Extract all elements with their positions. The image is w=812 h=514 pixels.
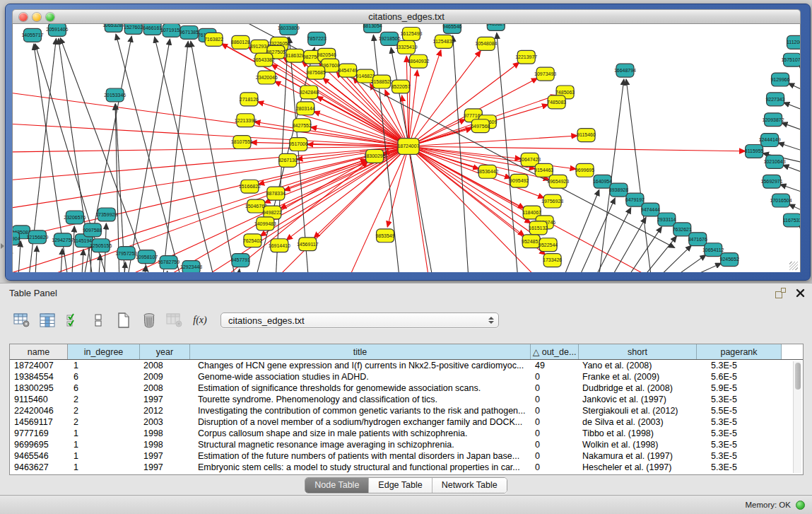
window-resize-grip[interactable] xyxy=(789,262,798,270)
table-row[interactable]: 977716911998Corpus callosum shape and si… xyxy=(10,428,803,439)
network-node[interactable]: 1167533 xyxy=(783,214,800,227)
network-edge[interactable] xyxy=(782,123,800,132)
network-node[interactable]: 23206576 xyxy=(64,211,86,224)
network-node[interactable]: 7632621 xyxy=(673,223,692,236)
network-edge[interactable] xyxy=(82,250,83,272)
function-builder-icon[interactable]: f(x) xyxy=(189,310,211,331)
network-edge[interactable] xyxy=(659,245,691,272)
network-edge[interactable] xyxy=(155,37,214,272)
network-node[interactable]: 13325419 xyxy=(395,40,417,54)
tab-node-table[interactable]: Node Table xyxy=(305,478,369,493)
table-row[interactable]: 911546021997Tourette syndrome. Phenomeno… xyxy=(10,394,803,405)
network-node[interactable]: 9699695 xyxy=(575,163,594,177)
network-edge[interactable] xyxy=(780,185,800,194)
network-node[interactable]: 9227343 xyxy=(765,93,784,106)
network-node[interactable]: 18300295 xyxy=(364,149,386,163)
network-node[interactable]: 7485083 xyxy=(547,95,566,109)
network-node[interactable]: 8115955 xyxy=(745,145,764,158)
network-node[interactable]: 16543382 xyxy=(253,53,275,66)
network-node[interactable]: 11254835 xyxy=(433,35,455,48)
close-window-button[interactable] xyxy=(19,13,28,21)
table-row[interactable]: 1830029562008Estimation of significance … xyxy=(10,382,803,394)
table-row[interactable]: 946362711997Embryonic stem cells: a mode… xyxy=(10,462,803,473)
network-node[interactable]: 1615132 xyxy=(529,221,548,235)
network-node[interactable]: 8471676 xyxy=(688,233,707,246)
network-node[interactable]: 9465546 xyxy=(442,24,461,33)
network-node[interactable]: 21588520 xyxy=(371,75,393,88)
network-edge[interactable] xyxy=(167,271,167,272)
network-node[interactable]: 15166822 xyxy=(239,180,261,193)
table-row[interactable]: 2242004622012Investigating the contribut… xyxy=(10,405,803,416)
network-edge[interactable] xyxy=(497,33,518,272)
column-chooser-icon[interactable] xyxy=(37,310,58,331)
split-view-icon[interactable] xyxy=(88,310,109,331)
tab-network-table[interactable]: Network Table xyxy=(433,478,507,493)
network-edge[interactable] xyxy=(799,66,800,72)
network-node[interactable]: 7163822 xyxy=(204,33,223,46)
network-node[interactable]: 12923448 xyxy=(180,261,202,272)
network-node[interactable]: 9875685 xyxy=(307,66,326,79)
network-node[interactable]: 9115460 xyxy=(577,129,596,142)
network-node[interactable]: 8860128 xyxy=(231,35,250,49)
network-node[interactable]: 8938928 xyxy=(609,183,628,197)
network-edge[interactable] xyxy=(35,246,37,272)
network-node[interactable]: 18536442 xyxy=(476,165,498,178)
network-node[interactable]: 12942757 xyxy=(52,233,73,247)
network-edge[interactable] xyxy=(72,226,74,272)
network-node[interactable]: 17016504 xyxy=(770,194,792,207)
network-node[interactable]: 6479197 xyxy=(625,193,645,206)
column-header-year[interactable]: year xyxy=(140,344,190,359)
new-table-icon[interactable] xyxy=(113,310,134,331)
network-node[interactable]: 1733426 xyxy=(543,254,562,267)
network-node[interactable]: 16125493 xyxy=(400,27,422,40)
network-node[interactable]: 14055717 xyxy=(21,28,43,42)
network-node[interactable]: 12444149 xyxy=(759,134,781,147)
network-node[interactable]: 9457791 xyxy=(231,254,250,267)
column-header-pagerank[interactable]: pagerank xyxy=(697,344,782,359)
network-node[interactable]: 9517006 xyxy=(289,138,308,151)
network-edge[interactable] xyxy=(18,241,20,272)
network-node[interactable]: 7625402 xyxy=(243,234,262,247)
network-node[interactable]: 1112069 xyxy=(787,35,800,49)
network-node[interactable]: 20591406 xyxy=(46,24,68,36)
table-row[interactable]: 1872400712008Changes of HCN gene express… xyxy=(10,360,803,371)
network-node[interactable]: 8454749 xyxy=(339,64,358,77)
network-node[interactable]: 19756928 xyxy=(541,194,563,208)
network-edge[interactable] xyxy=(611,218,645,272)
network-edge[interactable] xyxy=(191,42,235,272)
table-selector-dropdown[interactable]: citations_edges.txt xyxy=(220,313,499,328)
network-node[interactable]: 10210643 xyxy=(764,155,786,168)
network-node[interactable]: 9129966 xyxy=(770,73,789,86)
column-header-title[interactable]: title xyxy=(190,344,531,359)
network-node[interactable]: 9522544 xyxy=(539,238,558,252)
column-header-name[interactable]: name xyxy=(10,344,68,359)
network-node[interactable]: 9095492 xyxy=(510,174,529,187)
network-node[interactable]: 12505155 xyxy=(90,239,112,252)
network-node[interactable]: 18107551 xyxy=(231,136,253,149)
network-node[interactable]: 16914410 xyxy=(269,239,290,252)
network-node[interactable]: 16782759 xyxy=(158,256,180,269)
network-node[interactable]: 20153346 xyxy=(104,88,126,102)
network-node[interactable]: 9463627 xyxy=(486,24,505,30)
scrollbar-thumb[interactable] xyxy=(795,363,801,390)
table-vertical-scrollbar[interactable] xyxy=(793,361,801,473)
column-header-in_degree[interactable]: in_degree xyxy=(68,344,140,359)
network-node[interactable]: 9245652 xyxy=(720,253,739,267)
network-node[interactable]: 2803144 xyxy=(296,102,315,115)
network-node[interactable]: 17957253 xyxy=(115,247,137,260)
network-node[interactable]: 14099483 xyxy=(254,217,276,230)
control-panel-collapse-arrow[interactable] xyxy=(1,243,4,249)
network-edge[interactable] xyxy=(690,263,721,272)
window-titlebar[interactable]: citations_edges.txt xyxy=(12,9,801,24)
network-node[interactable]: 7857223 xyxy=(307,32,326,45)
network-edge[interactable] xyxy=(408,63,519,146)
network-node[interactable]: 15751074 xyxy=(781,53,800,66)
network-node[interactable]: 9154463 xyxy=(534,163,553,177)
network-node-hub[interactable]: 18724007 xyxy=(397,139,419,155)
tab-edge-table[interactable]: Edge Table xyxy=(369,478,432,493)
network-edge[interactable] xyxy=(784,103,800,111)
network-node[interactable]: 2933114 xyxy=(657,213,676,226)
network-node[interactable]: 12213398 xyxy=(235,114,257,127)
network-node[interactable]: 12093872 xyxy=(763,113,784,127)
close-panel-icon[interactable] xyxy=(796,288,805,298)
